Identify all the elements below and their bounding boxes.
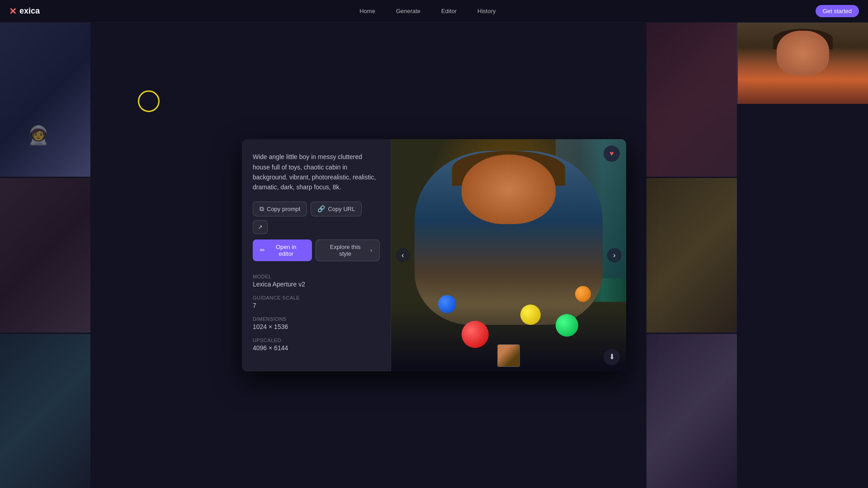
modal-backdrop: Wide angle little boy in messy cluttered… (0, 23, 868, 488)
thumb-img-1 (498, 345, 519, 366)
model-label: Model (253, 274, 380, 279)
thumbnail-1[interactable] (497, 344, 520, 367)
download-button[interactable]: ⬇ (604, 349, 620, 365)
upscaled-group: Upscaled 4096 × 6144 (253, 338, 380, 352)
explore-style-button[interactable]: Explore this style › (316, 239, 380, 261)
logo-text: exica (19, 6, 40, 16)
modal-inner: Wide angle little boy in messy cluttered… (242, 139, 626, 371)
toy-ball-yellow (520, 305, 541, 325)
left-panel: Wide angle little boy in messy cluttered… (242, 139, 391, 371)
metadata-section: Model Lexica Aperture v2 Guidance scale … (253, 274, 380, 352)
thumbnail-strip (497, 344, 520, 367)
nav-history[interactable]: History (474, 6, 499, 16)
guidance-label: Guidance scale (253, 295, 380, 300)
link-icon: 🔗 (317, 205, 325, 212)
explore-style-label: Explore this style (323, 244, 368, 257)
copy-url-button[interactable]: 🔗 Copy URL (311, 202, 362, 216)
nav-home[interactable]: Home (356, 6, 379, 16)
logo[interactable]: ✕ exica (9, 6, 40, 17)
copy-icon: ⧉ (259, 205, 264, 213)
copy-url-label: Copy URL (328, 206, 355, 212)
dimensions-label: Dimensions (253, 316, 380, 322)
navbar: ✕ exica Home Generate Editor History Get… (0, 0, 868, 23)
guidance-value: 7 (253, 302, 380, 309)
model-value: Lexica Aperture v2 (253, 281, 380, 288)
explore-arrow-icon: › (370, 247, 372, 253)
logo-x-icon: ✕ (9, 6, 17, 17)
model-group: Model Lexica Aperture v2 (253, 274, 380, 288)
bottom-buttons: ✏ Open in editor Explore this style › (253, 239, 380, 261)
external-link-button[interactable]: ↗ (253, 220, 268, 234)
heart-button[interactable]: ♥ (604, 145, 620, 162)
editor-icon: ✏ (260, 247, 265, 253)
action-buttons: ⧉ Copy prompt 🔗 Copy URL ↗ (253, 202, 380, 234)
nav-generate[interactable]: Generate (392, 6, 424, 16)
main-image (391, 139, 626, 371)
image-detail-modal: Wide angle little boy in messy cluttered… (242, 139, 626, 371)
toy-ball-green (556, 314, 578, 337)
external-link-icon: ↗ (258, 224, 263, 230)
nav-right: Get started (816, 5, 859, 17)
copy-prompt-label: Copy prompt (267, 206, 300, 212)
next-image-button[interactable]: › (607, 248, 622, 263)
upscaled-value: 4096 × 6144 (253, 344, 380, 352)
open-editor-button[interactable]: ✏ Open in editor (253, 239, 312, 261)
boy-face (462, 155, 556, 224)
right-panel: ♥ ⬇ ‹ › (391, 139, 626, 371)
dimensions-group: Dimensions 1024 × 1536 (253, 316, 380, 330)
upscaled-label: Upscaled (253, 338, 380, 343)
prompt-text: Wide angle little boy in messy cluttered… (253, 152, 380, 192)
open-editor-label: Open in editor (268, 244, 305, 257)
get-started-button[interactable]: Get started (816, 5, 859, 17)
copy-prompt-button[interactable]: ⧉ Copy prompt (253, 202, 307, 216)
dimensions-value: 1024 × 1536 (253, 323, 380, 330)
nav-editor[interactable]: Editor (438, 6, 460, 16)
nav-center: Home Generate Editor History (40, 6, 816, 16)
guidance-group: Guidance scale 7 (253, 295, 380, 309)
toy-ball-orange (575, 286, 591, 302)
prev-image-button[interactable]: ‹ (396, 248, 410, 263)
